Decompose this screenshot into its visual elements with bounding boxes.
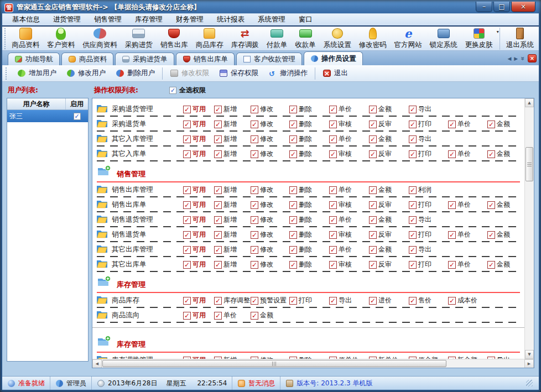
tab-客户收款管理[interactable]: 客户收款管理: [236, 53, 302, 65]
permission-checkbox-删除[interactable]: ✓删除: [289, 215, 312, 224]
checkbox-checked-icon[interactable]: ✓: [183, 216, 191, 224]
tab-商品资料[interactable]: 商品资料: [61, 53, 113, 65]
action-button-撤消操作[interactable]: ↺撤消操作: [263, 67, 313, 80]
toolbar-button-系统设置[interactable]: 系统设置: [320, 27, 355, 50]
menu-item-窗口[interactable]: 窗口: [292, 14, 319, 25]
action-button-增加用户[interactable]: 增加用户: [12, 67, 61, 80]
permission-checkbox-成本价[interactable]: ✓成本价: [448, 296, 477, 305]
checkbox-checked-icon[interactable]: ✓: [214, 135, 222, 143]
permission-row[interactable]: 销售退货单✓可用✓新增✓修改✓删除✓审核✓反审✓打印✓单价✓金额: [97, 228, 524, 243]
scroll-right-icon[interactable]: ▶: [524, 359, 534, 368]
permission-checkbox-单价[interactable]: ✓单价: [448, 119, 471, 129]
checkbox-checked-icon[interactable]: ✓: [183, 312, 191, 320]
checkbox-checked-icon[interactable]: ✓: [369, 121, 377, 128]
action-button-退出[interactable]: ×退出: [318, 67, 353, 80]
checkbox-checked-icon[interactable]: ✓: [289, 150, 297, 158]
permission-checkbox-可用[interactable]: ✓可用: [183, 149, 206, 159]
checkbox-checked-icon[interactable]: ✓: [448, 121, 456, 128]
checkbox-checked-icon[interactable]: ✓: [369, 135, 377, 143]
menu-item-库存管理[interactable]: 库存管理: [128, 14, 169, 25]
permission-checkbox-审核[interactable]: ✓审核: [329, 260, 352, 269]
checkbox-checked-icon[interactable]: ✓: [329, 246, 337, 254]
toolbar-button-退出系统[interactable]: 退出系统: [502, 27, 538, 50]
checkbox-checked-icon[interactable]: ✓: [183, 261, 191, 269]
permission-checkbox-金额[interactable]: ✓金额: [369, 185, 392, 195]
maximize-button[interactable]: □: [493, 2, 510, 12]
permission-checkbox-导出[interactable]: ✓导出: [409, 215, 431, 224]
checkbox-checked-icon[interactable]: ✓: [409, 297, 417, 305]
checkbox-checked-icon[interactable]: ✓: [289, 216, 297, 224]
permission-checkbox-修改[interactable]: ✓修改: [251, 245, 273, 254]
permission-checkbox-删除[interactable]: ✓删除: [289, 230, 312, 239]
permission-checkbox-可用[interactable]: ✓可用: [183, 200, 206, 210]
checkbox-checked-icon[interactable]: ✓: [409, 246, 417, 254]
checkbox-checked-icon[interactable]: ✓: [289, 201, 297, 209]
permission-checkbox-新增[interactable]: ✓新增: [214, 245, 237, 254]
menu-item-进货管理[interactable]: 进货管理: [46, 14, 87, 25]
action-button-修改用户[interactable]: 修改用户: [61, 67, 111, 80]
user-row[interactable]: 张三✓: [7, 110, 88, 122]
permission-checkbox-单价[interactable]: ✓单价: [448, 230, 471, 239]
scroll-up-icon[interactable]: ▲: [525, 98, 534, 107]
checkbox-checked-icon[interactable]: ✓: [183, 121, 191, 128]
permission-checkbox-预警设置[interactable]: ✓预警设置: [251, 296, 287, 305]
checkbox-checked-icon[interactable]: ✓: [448, 261, 456, 269]
permission-checkbox-金额[interactable]: ✓金额: [251, 311, 273, 320]
permission-checkbox-单价[interactable]: ✓单价: [448, 200, 471, 210]
permission-checkbox-单价[interactable]: ✓单价: [448, 149, 471, 159]
checkbox-checked-icon[interactable]: ✓: [214, 246, 222, 254]
permission-checkbox-新增[interactable]: ✓新增: [214, 260, 237, 269]
checkbox-checked-icon[interactable]: ✓: [183, 150, 191, 158]
checkbox-checked-icon[interactable]: ✓: [183, 106, 191, 113]
checkbox-checked-icon[interactable]: ✓: [289, 261, 297, 269]
permission-checkbox-审核[interactable]: ✓审核: [329, 119, 352, 129]
checkbox-checked-icon[interactable]: ✓: [409, 186, 417, 194]
checkbox-checked-icon[interactable]: ✓: [251, 106, 258, 113]
permission-checkbox-可用[interactable]: ✓可用: [183, 215, 206, 224]
checkbox-checked-icon[interactable]: ✓: [409, 216, 417, 224]
checkbox-checked-icon[interactable]: ✓: [487, 261, 495, 269]
vertical-scroll-thumb[interactable]: [526, 147, 533, 181]
close-button[interactable]: ×: [511, 2, 535, 12]
checkbox-checked-icon[interactable]: ✓: [369, 201, 377, 209]
toolbar-button-销售出库[interactable]: 销售出库: [157, 27, 192, 50]
resize-grip-icon[interactable]: [526, 380, 533, 386]
permission-checkbox-新增[interactable]: ✓新增: [214, 149, 237, 159]
select-all-checkbox[interactable]: ✓: [169, 87, 176, 94]
permission-checkbox-删除[interactable]: ✓删除: [289, 134, 312, 144]
checkbox-checked-icon[interactable]: ✓: [448, 297, 456, 305]
checkbox-checked-icon[interactable]: ✓: [183, 201, 191, 209]
permission-checkbox-金额[interactable]: ✓金额: [487, 149, 510, 159]
action-button-删除用户[interactable]: 删除用户: [111, 67, 160, 80]
checkbox-checked-icon[interactable]: ✓: [214, 261, 222, 269]
checkbox-checked-icon[interactable]: ✓: [409, 201, 417, 209]
checkbox-checked-icon[interactable]: ✓: [289, 186, 297, 194]
menu-item-财务管理[interactable]: 财务管理: [169, 14, 210, 25]
checkbox-checked-icon[interactable]: ✓: [329, 150, 337, 158]
tab-功能导航[interactable]: 功能导航: [8, 53, 60, 65]
permission-checkbox-金额[interactable]: ✓金额: [369, 215, 392, 224]
checkbox-checked-icon[interactable]: ✓: [183, 297, 191, 305]
checkbox-checked-icon[interactable]: ✓: [329, 231, 337, 239]
checkbox-checked-icon[interactable]: ✓: [369, 216, 377, 224]
permission-checkbox-单价[interactable]: ✓单价: [329, 134, 352, 144]
checkbox-checked-icon[interactable]: ✓: [329, 106, 337, 113]
permission-row[interactable]: 销售出库单✓可用✓新增✓修改✓删除✓审核✓反审✓打印✓单价✓金额: [97, 198, 524, 213]
checkbox-checked-icon[interactable]: ✓: [251, 150, 258, 158]
permission-checkbox-审核[interactable]: ✓审核: [329, 230, 352, 239]
checkbox-checked-icon[interactable]: ✓: [214, 201, 222, 209]
permission-checkbox-修改[interactable]: ✓修改: [251, 104, 273, 114]
permission-checkbox-金额[interactable]: ✓金额: [369, 134, 392, 144]
permission-checkbox-删除[interactable]: ✓删除: [289, 149, 312, 159]
action-button-保存权限[interactable]: 保存权限: [214, 67, 263, 80]
checkbox-checked-icon[interactable]: ✓: [487, 231, 495, 239]
permission-checkbox-可用[interactable]: ✓可用: [183, 185, 206, 195]
permission-checkbox-单价[interactable]: ✓单价: [329, 104, 352, 114]
permission-checkbox-新增[interactable]: ✓新增: [214, 134, 237, 144]
permission-checkbox-打印[interactable]: ✓打印: [409, 200, 431, 210]
checkbox-checked-icon[interactable]: ✓: [409, 150, 417, 158]
minimize-button[interactable]: –: [476, 2, 492, 12]
checkbox-checked-icon[interactable]: ✓: [487, 150, 495, 158]
checkbox-checked-icon[interactable]: ✓: [289, 231, 297, 239]
permission-checkbox-反审[interactable]: ✓反审: [369, 260, 392, 269]
